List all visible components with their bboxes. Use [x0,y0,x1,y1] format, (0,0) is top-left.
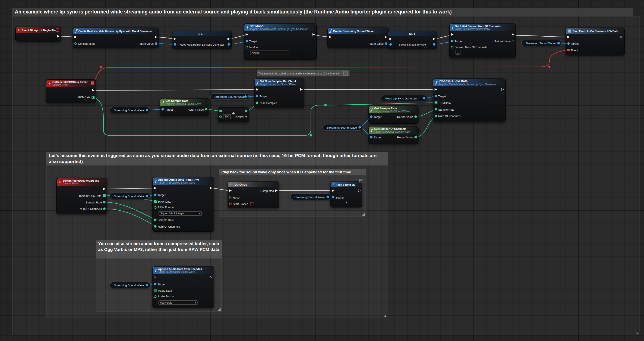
node-header[interactable]: ↻ Do Once [228,182,279,188]
exec-in-pin[interactable]: ▶ [567,35,570,38]
comment-resize-handle[interactable]: ◢ [636,332,638,335]
node-create-lipsync-generator[interactable]: ƒ Create Realistic Meta Human Lip Sync w… [73,28,158,48]
sample-rate-pin[interactable] [154,219,156,221]
exec-out-pin[interactable]: ▷ [501,88,504,91]
variable-pill-streaming-sound-wave[interactable]: Streaming Sound Wave [522,40,562,46]
node-append-audio-data-from-encoded[interactable]: ƒ Append Audio Data from EncodedTarget i… [153,266,214,308]
object-out-pin[interactable] [558,42,560,44]
node-header[interactable]: ♪ Play Sound 2D [331,182,362,188]
node-process-audio-data[interactable]: ƒ Process Audio DataTarget is Realistic … [433,79,505,122]
pcmdata-array-pin[interactable] [434,101,438,104]
comment-resize-handle[interactable]: ◢ [218,308,221,311]
note-bubble[interactable]: This needs to be called so that audio is… [257,70,350,76]
node-get-sample-rate[interactable]: ƒ Get Sample RateTarget is Imported Soun… [160,98,209,116]
exec-out-pin[interactable]: ▶ [155,35,158,38]
target-pin[interactable] [370,136,372,138]
node-event-begin-play[interactable]: ◆ Event Blueprint Begin Play ▶ [16,27,61,41]
add-pin-icon[interactable]: ⊕ [245,115,247,118]
target-pin[interactable] [162,108,164,110]
exec-out-pin[interactable]: ▶ [512,33,514,36]
raw-format-pin[interactable] [154,206,156,208]
comment-title-stream-event[interactable]: Let's assume this event is triggered as … [46,152,388,165]
exec-out-pin[interactable]: ▶ [92,89,94,92]
target-pin[interactable] [451,40,454,42]
exec-out-pin[interactable]: ▷ [620,35,623,38]
target-pin[interactable] [567,42,570,45]
node-stream-audio-data-event[interactable]: ◆ StreamAudioDataForLipSyncCustom Event … [57,178,107,214]
node-header[interactable]: ◆ Event Blueprint Begin Play [16,27,61,33]
node-header[interactable]: ƒ Create Realistic Meta Human Lip Sync w… [73,28,158,34]
node-header[interactable]: ƒ Get Sample RateTarget is Imported Soun… [160,98,209,106]
reroute-node[interactable] [548,66,550,68]
exec-out-pin[interactable]: ▶ [103,188,106,190]
node-on-generate-pcmdata-event[interactable]: ◆ OnGeneratePCMData_EventCustom Event ▶ … [46,80,96,103]
object-out-pin[interactable] [146,195,148,197]
node-set-num-samples-per-chunk[interactable]: ƒ Set Num Samples Per ChunkTarget is Imp… [255,79,304,108]
exec-out-pin[interactable]: ▶ [312,33,315,36]
exec-out-pin[interactable]: ▷ [210,276,212,279]
node-header[interactable]: Bind Event to On Generate PCMData [566,28,624,34]
node-get-sample-rate[interactable]: ƒ Get Sample RateTarget is Imported Soun… [369,106,418,123]
target-pin[interactable] [370,116,372,118]
node-bind-event-on-generate-pcmdata[interactable]: Bind Event to On Generate PCMData ▶ ▷ Ta… [566,28,624,55]
return-value-pin[interactable] [414,116,417,118]
node-set-streaming-sound-wave-variable[interactable]: SET ▶ ▶ Streaming Sound Wave [388,31,437,48]
object-out-pin[interactable] [358,126,361,129]
node-do-once[interactable]: ↻ Do Once ▶ Completed▶ ▷Reset Start Clos… [228,182,279,208]
comment-resize-handle[interactable]: ◢ [362,213,365,216]
exec-in-pin[interactable]: ▶ [246,33,248,36]
node-header[interactable]: ƒ Process Audio DataTarget is Realistic … [433,79,505,86]
variable-pill-streaming-sound-wave[interactable]: Streaming Sound Wave [291,194,331,200]
node-play-sound-2d[interactable]: ♪ Play Sound 2D ▶ ▷ Sound ▾ [331,182,362,207]
return-value-pin[interactable] [512,40,514,42]
num-channels-pin[interactable] [154,225,156,228]
num-channels-pin[interactable] [434,115,437,117]
blueprint-graph-canvas[interactable]: An example where lip sync is performed w… [0,0,644,341]
start-closed-pin[interactable] [229,202,232,205]
comment-title-main[interactable]: An example where lip sync is performed w… [12,8,633,16]
node-append-audio-data-from-raw[interactable]: ƒ Append Audio Data From RAWTarget is St… [153,178,214,232]
variable-pill-streaming-sound-wave[interactable]: Streaming Sound Wave [323,124,362,130]
variable-pill-streaming-sound-wave[interactable]: Streaming Sound Wave [110,107,150,113]
node-header[interactable]: SET [172,31,232,36]
start-closed-checkbox[interactable] [250,202,254,205]
comment-resize-handle[interactable]: ◢ [384,314,386,318]
object-out-pin[interactable] [244,96,247,98]
node-header[interactable]: ƒ Set Num Samples Per ChunkTarget is Imp… [255,79,304,86]
desired-num-channels-pin[interactable] [451,46,454,48]
completed-exec-out-pin[interactable]: ▶ [275,189,278,192]
delegate-pin[interactable] [91,81,94,84]
node-header[interactable]: ƒ Append Audio Data from EncodedTarget i… [153,266,214,274]
pcm-array-pin[interactable] [103,194,106,197]
exec-out-pin[interactable]: ▷ [358,189,360,192]
in-mood-pin[interactable] [246,46,248,48]
node-header[interactable]: ◆ OnGeneratePCMData_EventCustom Event [46,80,96,87]
divisor-value-field[interactable]: 100 [223,114,231,119]
exec-in-pin[interactable]: ▶ [229,189,232,192]
return-value-pin[interactable] [155,42,158,45]
reroute-node[interactable] [310,134,312,136]
node-header[interactable]: ƒ Create Streaming Sound Wave [328,28,388,34]
exec-in-pin[interactable]: ▶ [389,37,392,40]
target-pin[interactable] [434,95,437,98]
target-pin[interactable] [256,95,258,98]
exec-in-pin[interactable]: ▶ [154,186,156,190]
exec-in-pin[interactable]: ▷ [154,276,156,279]
return-value-pin[interactable] [414,136,417,138]
exec-out-pin[interactable]: ▶ [433,37,436,40]
reroute-node[interactable] [324,104,326,106]
node-set-mood[interactable]: ƒ Set MoodTarget is Realistic Meta Human… [244,24,316,59]
value-in-pin[interactable] [174,43,176,46]
dividend-pin[interactable] [219,110,222,112]
node-get-number-of-channels[interactable]: ƒ Get Number Of ChannelsTarget is Import… [369,126,418,144]
comment-title-compressed[interactable]: You can also stream audio from a compres… [96,240,222,258]
variable-pill-mood-lip-sync-generator[interactable]: Mood Lip Sync Generator [381,96,427,101]
mood-dropdown[interactable]: Neutral▾ [250,50,289,55]
exec-out-pin[interactable]: ▶ [228,37,230,40]
object-out-pin[interactable] [423,97,426,100]
exec-in-pin[interactable]: ▶ [174,37,176,40]
comment-title-play-once[interactable]: Play back the sound wave only once when … [219,169,366,175]
node-create-streaming-sound-wave[interactable]: ƒ Create Streaming Sound Wave ▶ ▶ Return… [328,28,388,48]
object-out-pin[interactable] [146,109,148,112]
raw-format-dropdown[interactable]: Signed 16-bit integer▾ [158,211,202,216]
